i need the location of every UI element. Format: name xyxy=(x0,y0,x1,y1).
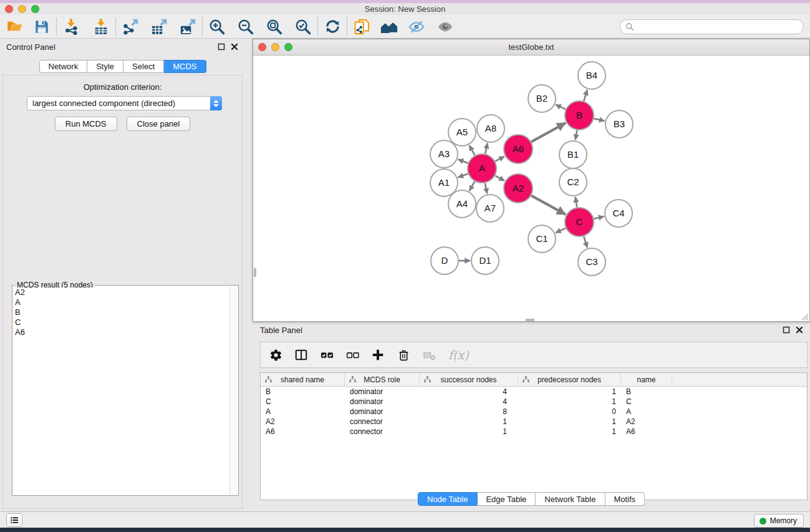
table-row[interactable]: A6connector11A6 xyxy=(261,427,807,437)
graph-node-B2[interactable]: B2 xyxy=(528,85,556,112)
table-cell[interactable]: C xyxy=(261,397,345,406)
graph-node-B1[interactable]: B1 xyxy=(559,141,587,168)
home-icon[interactable] xyxy=(380,17,398,36)
memory-button[interactable]: Memory xyxy=(754,514,804,528)
table-cell[interactable]: A xyxy=(621,407,672,416)
deselect-all-icon[interactable] xyxy=(345,347,360,362)
float-table-panel-icon[interactable] xyxy=(782,326,791,334)
graph-node-C4[interactable]: C4 xyxy=(605,200,632,227)
import-network-icon[interactable] xyxy=(62,17,80,36)
table-tab-edge-table[interactable]: Edge Table xyxy=(477,492,536,506)
table-cell[interactable]: 4 xyxy=(420,397,518,406)
graph-edge-C-C1[interactable] xyxy=(556,228,566,233)
table-cell[interactable]: C xyxy=(621,397,672,406)
delete-column-icon[interactable] xyxy=(396,347,411,362)
zoom-out-icon[interactable] xyxy=(236,17,255,36)
table-cell[interactable]: A2 xyxy=(621,417,672,426)
graph-node-A7[interactable]: A7 xyxy=(476,195,504,222)
table-cell[interactable]: dominator xyxy=(345,397,420,406)
table-cell[interactable]: 1 xyxy=(518,387,621,396)
zoom-selected-icon[interactable] xyxy=(294,17,312,36)
graph-edge-A-A2[interactable] xyxy=(495,176,504,181)
graph-node-D[interactable]: D xyxy=(431,247,458,274)
graph-node-A8[interactable]: A8 xyxy=(477,115,504,142)
export-table-icon[interactable] xyxy=(150,17,168,36)
graph-node-B[interactable]: B xyxy=(565,101,594,130)
graph-edge-B-B1[interactable] xyxy=(576,130,577,140)
graph-node-C2[interactable]: C2 xyxy=(559,168,587,196)
table-cell[interactable]: dominator xyxy=(345,387,420,396)
graph-node-B4[interactable]: B4 xyxy=(578,62,605,89)
column-header-successor-nodes[interactable]: successor nodes xyxy=(420,373,518,386)
table-cell[interactable]: 0 xyxy=(518,407,621,416)
refresh-icon[interactable] xyxy=(323,17,342,36)
graph-node-D1[interactable]: D1 xyxy=(471,247,499,274)
add-column-icon[interactable] xyxy=(370,347,385,362)
table-cell[interactable]: 1 xyxy=(518,397,621,406)
table-cell[interactable]: 1 xyxy=(518,427,621,436)
graph-node-C[interactable]: C xyxy=(565,208,594,236)
graph-edge-A-A4[interactable] xyxy=(470,181,475,191)
graph-node-A[interactable]: A xyxy=(468,154,496,183)
table-row[interactable]: Bdominator41B xyxy=(261,387,807,397)
column-header-shared-name[interactable]: shared name xyxy=(261,373,345,386)
column-header-mcds-role[interactable]: MCDS role xyxy=(345,373,420,386)
table-cell[interactable]: 1 xyxy=(420,417,518,426)
select-stepper-icon[interactable] xyxy=(210,96,222,110)
table-cell[interactable]: 1 xyxy=(420,427,518,436)
table-cell[interactable]: A6 xyxy=(261,427,345,436)
graph-edge-B-B3[interactable] xyxy=(594,118,604,121)
graph-edge-C-C2[interactable] xyxy=(576,197,577,208)
task-history-button[interactable] xyxy=(6,513,22,527)
tab-mcds[interactable]: MCDS xyxy=(164,60,206,73)
new-network-from-selection-icon[interactable] xyxy=(352,17,371,36)
resize-grip[interactable] xyxy=(800,312,809,321)
table-cell[interactable]: connector xyxy=(345,427,420,436)
tab-select[interactable]: Select xyxy=(123,60,164,73)
optimization-criterion-select[interactable]: largest connected component (directed) xyxy=(27,96,222,110)
show-all-icon[interactable] xyxy=(436,17,455,36)
save-session-icon[interactable] xyxy=(32,17,51,36)
table-cell[interactable]: 8 xyxy=(420,407,518,416)
table-cell[interactable]: A xyxy=(261,407,345,416)
zoom-fit-icon[interactable] xyxy=(265,17,284,36)
gear-icon[interactable] xyxy=(268,347,283,362)
graph-edge-A-A6[interactable] xyxy=(495,157,504,162)
graph-edge-B-B2[interactable] xyxy=(556,105,566,109)
table-cell[interactable]: B xyxy=(261,387,345,396)
close-panel-icon[interactable] xyxy=(230,42,239,51)
graph-node-C1[interactable]: C1 xyxy=(528,225,556,253)
result-scrollbar[interactable] xyxy=(229,286,238,495)
graph-node-A6[interactable]: A6 xyxy=(504,135,533,163)
table-row[interactable]: Cdominator41C xyxy=(261,397,807,407)
graph-edge-A-A1[interactable] xyxy=(458,173,468,177)
graph-node-A4[interactable]: A4 xyxy=(448,190,476,218)
table-cell[interactable]: B xyxy=(621,387,672,396)
graph-edge-A-A5[interactable] xyxy=(470,145,475,155)
table-row[interactable]: A2connector11A2 xyxy=(261,417,807,427)
graph-node-A2[interactable]: A2 xyxy=(504,174,533,203)
graph-edge-C-C4[interactable] xyxy=(594,216,604,219)
table-tab-motifs[interactable]: Motifs xyxy=(605,492,645,506)
tab-network[interactable]: Network xyxy=(39,60,87,73)
search-input[interactable] xyxy=(637,21,803,33)
table-row[interactable]: Adominator80A xyxy=(261,407,807,417)
canvas-horizontal-scroll-indicator[interactable] xyxy=(526,319,534,321)
import-table-icon[interactable] xyxy=(92,17,110,36)
canvas-vertical-scroll-indicator[interactable] xyxy=(254,268,256,277)
table-cell[interactable]: 1 xyxy=(518,417,621,426)
tab-style[interactable]: Style xyxy=(87,60,123,73)
zoom-in-icon[interactable] xyxy=(208,17,226,36)
column-header-predecessor-nodes[interactable]: predecessor nodes xyxy=(518,373,621,386)
graph-edge-A-A8[interactable] xyxy=(485,143,488,153)
float-panel-icon[interactable] xyxy=(217,42,226,51)
select-all-icon[interactable] xyxy=(319,347,334,362)
graph-edge-A-A3[interactable] xyxy=(458,159,468,163)
run-mcds-button[interactable]: Run MCDS xyxy=(55,117,117,131)
hide-selected-icon[interactable] xyxy=(407,17,426,36)
table-cell[interactable]: connector xyxy=(345,417,420,426)
column-header-name[interactable]: name xyxy=(621,373,672,386)
graph-edge-A6-B[interactable] xyxy=(531,123,566,142)
export-network-icon[interactable] xyxy=(121,17,140,36)
graph-node-A3[interactable]: A3 xyxy=(430,140,458,168)
